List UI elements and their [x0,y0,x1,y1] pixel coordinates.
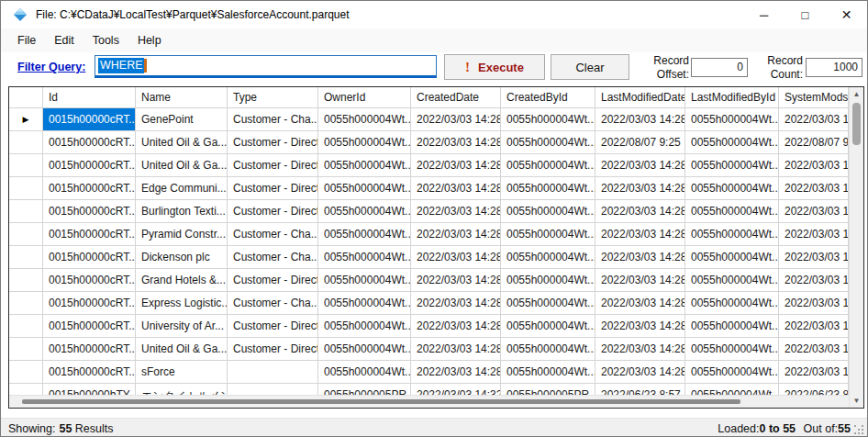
grid-cell[interactable]: 2022/03/03 14:28 [411,177,501,200]
grid-cell[interactable]: Customer - Cha... [228,246,318,269]
row-selector[interactable] [9,384,43,395]
grid-cell[interactable]: 0055h000004Wt... [318,246,411,269]
grid-cell[interactable]: 2022/03/03 14:28 [595,108,685,131]
grid-cell[interactable]: 0055h000004Wt... [685,338,779,361]
grid-cell[interactable]: Customer - Cha... [228,108,318,131]
grid-cell[interactable]: Edge Communi... [136,177,228,200]
record-offset-input[interactable]: 0 [691,58,748,77]
grid-cell[interactable]: 0055h000004Wt... [318,200,411,223]
grid-cell[interactable]: 2022/03/03 14 [779,269,849,292]
row-selector[interactable] [9,131,43,154]
clear-button[interactable]: Clear [551,54,629,80]
grid-cell[interactable]: 0015h00000cRT... [43,292,136,315]
grid-cell[interactable]: 2022/03/03 14:28 [411,246,501,269]
grid-cell[interactable]: 0055h000004Wt... [685,177,779,200]
grid-cell[interactable]: 0055h000004Wt... [685,131,779,154]
row-selector[interactable] [9,315,43,338]
horizontal-scrollbar[interactable] [9,395,849,408]
grid-cell[interactable]: 0055h000004Wt... [318,131,411,154]
grid-cell[interactable]: Customer - Direct [228,269,318,292]
column-header[interactable]: LastModifiedDate [595,87,685,108]
grid-cell[interactable]: 0055h000004Wt... [685,292,779,315]
grid-cell[interactable]: 2022/03/03 14 [779,108,849,131]
grid-cell[interactable]: sForce [136,361,228,384]
column-header[interactable]: CreatedDate [411,87,501,108]
grid-cell[interactable]: 0055h000004Wt... [501,246,595,269]
column-header[interactable]: CreatedById [501,87,595,108]
grid-cell[interactable]: 2022/03/03 14:28 [411,315,501,338]
grid-cell[interactable]: 0015h00000cRT... [43,177,136,200]
grid-cell[interactable] [228,384,318,395]
grid-cell[interactable] [228,361,318,384]
menu-item-edit[interactable]: Edit [45,30,83,50]
grid-cell[interactable]: 2022/03/03 14:32 [411,384,501,395]
grid-cell[interactable]: 2022/03/03 14:28 [411,292,501,315]
resize-grip[interactable] [854,425,856,427]
vertical-scrollbar[interactable]: ▲ ▼ [849,87,863,408]
grid-cell[interactable]: Customer - Direct [228,200,318,223]
grid-cell[interactable]: Customer - Direct [228,315,318,338]
row-selector[interactable] [9,223,43,246]
row-selector[interactable] [9,154,43,177]
grid-cell[interactable]: 0055h000004Wt... [318,223,411,246]
grid-cell[interactable]: 0055h000004Wt... [501,154,595,177]
grid-cell[interactable]: United Oil & Ga... [136,154,228,177]
grid-cell[interactable]: 2022/03/03 14 [779,315,849,338]
grid-cell[interactable]: University of Ar... [136,315,228,338]
grid-cell[interactable]: 2022/03/03 14:28 [411,131,501,154]
grid-cell[interactable]: 2022/03/03 14:28 [595,315,685,338]
grid-cell[interactable]: エンタイトルメント [136,384,228,395]
grid-cell[interactable]: 2022/03/03 14:28 [411,154,501,177]
menu-item-help[interactable]: Help [128,30,171,50]
grid-cell[interactable]: 0055h000004Wt... [318,361,411,384]
grid-cell[interactable]: 0055h000004Wt... [501,338,595,361]
column-header[interactable]: Name [136,87,228,108]
column-header[interactable]: Id [43,87,136,108]
filter-query-input[interactable]: WHERE [95,55,437,78]
grid-cell[interactable]: 0055h000004Wt... [318,338,411,361]
row-selector[interactable] [9,361,43,384]
row-selector[interactable] [9,338,43,361]
grid-cell[interactable]: 0055h000004Wt... [318,292,411,315]
grid-cell[interactable]: Customer - Cha... [228,223,318,246]
menu-item-file[interactable]: File [8,30,45,50]
grid-cell[interactable]: 2022/03/03 14 [779,292,849,315]
grid-cell[interactable]: 2022/03/03 14 [779,154,849,177]
grid-cell[interactable]: GenePoint [136,108,228,131]
grid-cell[interactable]: 0015h00000cRT... [43,361,136,384]
grid-cell[interactable]: 0055h000004Wt... [685,154,779,177]
row-selector[interactable] [9,246,43,269]
grid-cell[interactable]: 2022/08/07 9:2 [779,131,849,154]
grid-cell[interactable]: 0055h000004Wt... [501,315,595,338]
grid-corner-cell[interactable] [9,87,43,108]
grid-cell[interactable]: 2022/06/23 8:5 [779,384,849,395]
row-selector[interactable] [9,177,43,200]
column-header[interactable]: OwnerId [318,87,411,108]
grid-cell[interactable]: 0055h000004Wt... [685,384,779,395]
grid-cell[interactable]: Customer - Direct [228,338,318,361]
grid-cell[interactable]: 2022/03/03 14:28 [411,223,501,246]
grid-cell[interactable]: 2022/03/03 14:28 [595,246,685,269]
grid-cell[interactable]: Dickenson plc [136,246,228,269]
grid-cell[interactable]: 2022/03/03 14:28 [595,154,685,177]
grid-cell[interactable]: 2022/03/03 14 [779,223,849,246]
grid-cell[interactable]: 0015h00000cRT... [43,200,136,223]
horizontal-scrollbar-thumb[interactable] [22,399,740,404]
grid-cell[interactable]: 0055h000004Wt... [501,361,595,384]
grid-cell[interactable]: 2022/03/03 14 [779,338,849,361]
grid-cell[interactable]: 0055h000005PR... [501,384,595,395]
grid-cell[interactable]: 2022/03/03 14:28 [411,338,501,361]
grid-cell[interactable]: 0015h00000cRT... [43,154,136,177]
grid-cell[interactable]: 0055h000004Wt... [318,269,411,292]
grid-cell[interactable]: 0055h000004Wt... [501,177,595,200]
execute-button[interactable]: ! Execute [444,54,545,80]
grid-cell[interactable]: 0055h000004Wt... [501,269,595,292]
grid-cell[interactable]: 0055h000004Wt... [501,131,595,154]
record-count-input[interactable]: 1000 [806,58,862,77]
grid-cell[interactable]: 0055h000004Wt... [318,177,411,200]
grid-cell[interactable]: 0015h00000cRT... [43,269,136,292]
grid-cell[interactable]: 2022/03/03 14:28 [595,177,685,200]
maximize-button[interactable]: □ [785,1,826,28]
grid-cell[interactable]: 2022/03/03 14:28 [411,269,501,292]
grid-cell[interactable]: 0055h000004Wt... [501,200,595,223]
